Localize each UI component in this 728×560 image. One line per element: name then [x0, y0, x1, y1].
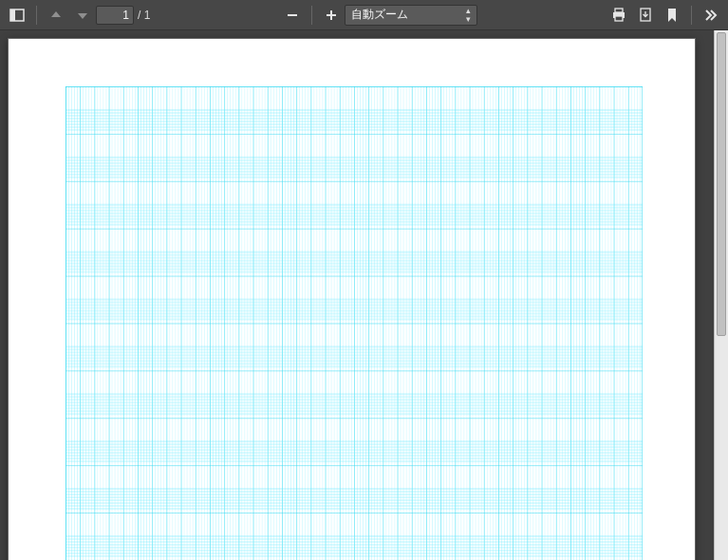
bookmark-button[interactable] — [659, 2, 685, 28]
separator — [691, 6, 692, 25]
toolbar: / 1 自動ズーム ▴▾ — [0, 0, 728, 30]
scrollbar-thumb[interactable] — [717, 32, 726, 336]
previous-page-button[interactable] — [43, 2, 69, 28]
zoom-in-button[interactable] — [318, 2, 345, 28]
arrow-up-icon — [49, 9, 63, 22]
document-viewport[interactable] — [0, 30, 714, 560]
zoom-out-button[interactable] — [279, 2, 306, 28]
sidebar-toggle-button[interactable] — [4, 2, 30, 28]
arrow-down-icon — [76, 9, 89, 22]
svg-rect-2 — [288, 14, 297, 16]
print-button[interactable] — [606, 2, 632, 28]
minus-icon — [286, 9, 299, 22]
zoom-select[interactable]: 自動ズーム ▴▾ — [345, 5, 477, 26]
bookmark-icon — [665, 8, 679, 23]
vertical-scrollbar[interactable] — [714, 30, 728, 560]
svg-rect-5 — [615, 9, 623, 12]
separator — [311, 6, 312, 25]
document-content-grid — [65, 86, 643, 560]
sidebar-toggle-icon — [9, 8, 25, 23]
separator — [36, 6, 37, 25]
page-number-input[interactable] — [96, 6, 134, 25]
svg-rect-4 — [327, 14, 336, 16]
svg-rect-7 — [615, 16, 623, 21]
svg-rect-1 — [10, 9, 15, 21]
page-total-label: / 1 — [138, 9, 150, 22]
download-button[interactable] — [632, 2, 659, 28]
chevron-updown-icon: ▴▾ — [466, 7, 471, 24]
zoom-select-label: 自動ズーム — [351, 7, 408, 23]
more-tools-button[interactable] — [698, 2, 724, 28]
page-canvas — [8, 38, 696, 560]
chevrons-right-icon — [703, 8, 719, 23]
plus-icon — [325, 9, 338, 22]
next-page-button[interactable] — [69, 2, 96, 28]
print-icon — [611, 8, 626, 23]
download-icon — [638, 8, 653, 23]
viewer-area — [0, 30, 728, 560]
svg-rect-22 — [65, 86, 643, 560]
